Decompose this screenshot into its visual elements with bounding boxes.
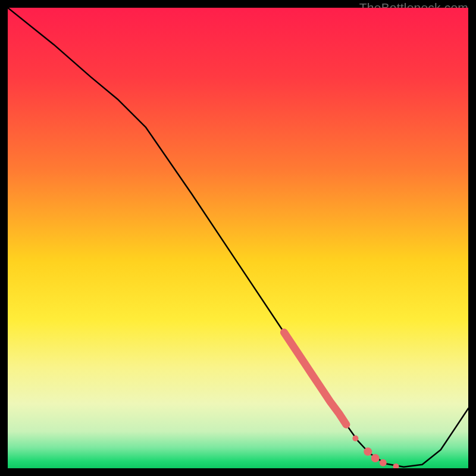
chart-svg: [8, 8, 468, 468]
highlight-point: [371, 454, 380, 462]
highlight-point: [380, 459, 387, 466]
highlight-point: [364, 447, 372, 456]
gradient-background: [8, 8, 468, 468]
chart-frame: TheBottleneck.com: [8, 8, 468, 468]
highlight-point: [352, 436, 358, 441]
